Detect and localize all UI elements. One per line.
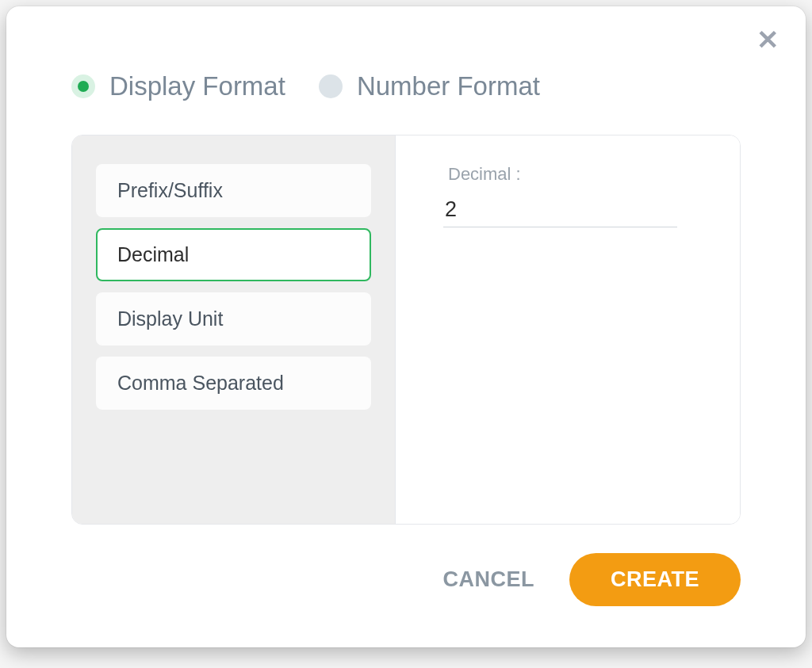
dialog-footer: CANCEL CREATE [6,525,806,647]
tab-display-format-label: Display Format [109,71,285,101]
tab-number-format[interactable]: Number Format [319,71,540,101]
content-panel: Prefix/Suffix Decimal Display Unit Comma… [71,135,741,525]
options-sidebar: Prefix/Suffix Decimal Display Unit Comma… [72,136,396,524]
decimal-field-label: Decimal : [448,164,692,185]
cancel-button[interactable]: CANCEL [442,567,534,592]
radio-unselected-icon [319,74,343,98]
option-comma-separated[interactable]: Comma Separated [96,357,371,410]
tab-display-format[interactable]: Display Format [71,71,285,101]
radio-dot-icon [78,81,89,92]
option-prefix-suffix[interactable]: Prefix/Suffix [96,164,371,217]
tabs-header: Display Format Number Format [6,6,806,101]
close-icon: ✕ [756,26,779,53]
option-decimal[interactable]: Decimal [96,228,371,281]
radio-selected-icon [71,74,95,98]
close-button[interactable]: ✕ [755,27,780,52]
create-button[interactable]: CREATE [569,553,741,606]
decimal-input[interactable] [443,193,677,227]
form-panel: Decimal : [396,136,740,524]
option-display-unit[interactable]: Display Unit [96,292,371,345]
format-dialog: ✕ Display Format Number Format Prefix/Su… [6,6,806,647]
tab-number-format-label: Number Format [357,71,540,101]
